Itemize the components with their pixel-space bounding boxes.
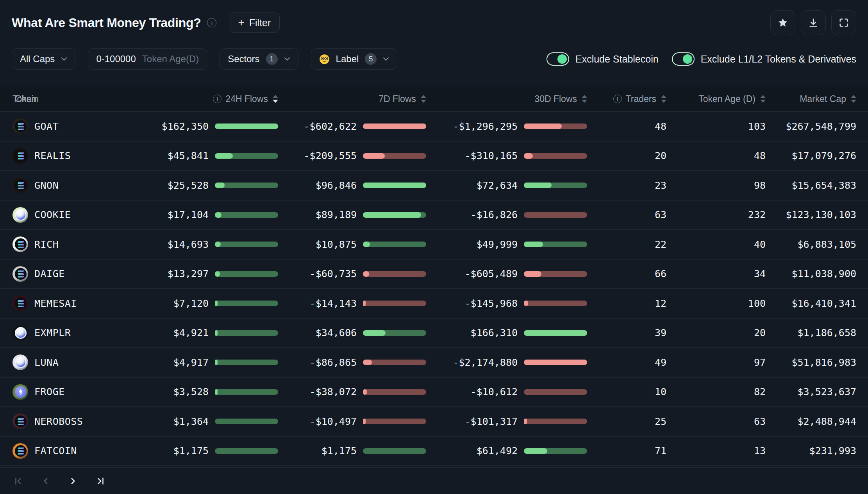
token-name: EXMPLR: [34, 327, 71, 338]
table-row[interactable]: GGNON$25,528$96,846$72,6342398$15,654,38…: [0, 171, 868, 200]
token-cell[interactable]: GGNON: [13, 177, 117, 193]
token-cell[interactable]: GGOAT: [13, 118, 117, 134]
filter-button[interactable]: + Filter: [229, 13, 280, 33]
table-row[interactable]: LLUNA$4,917-$86,865-$2,174,8804997$51,81…: [0, 348, 868, 378]
column-header-mcap[interactable]: Market Cap: [766, 94, 856, 104]
flows-7d-value: -$38,072: [310, 386, 357, 397]
flows-7d-value: -$86,865: [310, 357, 357, 368]
flows-24h-bar: [215, 301, 278, 306]
sort-arrows-icon[interactable]: [661, 95, 666, 103]
market-cap-value: $3,523,637: [766, 386, 856, 397]
token-age-filter[interactable]: 0-100000 Token Age(D): [88, 48, 207, 70]
token-cell[interactable]: NNEROBOSS: [13, 413, 117, 429]
flows-30d-value: $49,999: [477, 239, 518, 250]
token-cell[interactable]: DDAIGE: [13, 266, 117, 282]
flows-30d-bar: [524, 123, 587, 129]
fullscreen-button[interactable]: [831, 10, 856, 35]
token-name: LUNA: [34, 357, 59, 368]
table-row[interactable]: FFATCOIN$1,175$1,175$61,4927113$231,993: [0, 437, 868, 466]
flows-30d-bar: [524, 183, 587, 188]
table-header: ChainTokeni24H Flows7D Flows30D FlowsiTr…: [0, 86, 868, 112]
chain-icon-blue-orb: [15, 327, 27, 339]
token-age-value: 82: [666, 386, 766, 397]
flows-24h-bar: [215, 123, 278, 129]
column-label: Token: [13, 94, 36, 104]
title-info-icon[interactable]: i: [207, 18, 216, 27]
chevron-down-icon: [284, 57, 290, 61]
flows-24h-value: $25,528: [168, 180, 209, 191]
column-header-age[interactable]: Token Age (D): [666, 94, 766, 104]
exclude-l1l2-toggle[interactable]: [672, 52, 695, 66]
flows-24h-bar: [215, 183, 278, 188]
label-dropdown[interactable]: Label 5: [311, 48, 398, 70]
table-row[interactable]: NNEROBOSS$1,364-$10,497-$101,3172563$2,4…: [0, 407, 868, 437]
token-cell[interactable]: EEXMPLR: [13, 325, 117, 341]
flows-30d-bar: [524, 153, 587, 159]
flows-24h-value: $4,921: [173, 327, 209, 338]
token-cell[interactable]: LLUNA: [13, 354, 117, 370]
exclude-stablecoin-toggle-group[interactable]: Exclude Stablecoin: [547, 52, 659, 66]
column-header-f30[interactable]: 30D Flows: [426, 94, 587, 104]
sort-arrows-icon[interactable]: [760, 95, 766, 103]
flows-30d-cell: -$145,968: [426, 298, 587, 309]
chain-icon-blue-orb: [15, 209, 27, 221]
exclude-l1l2-toggle-group[interactable]: Exclude L1/L2 Tokens & Derivatives: [672, 52, 856, 66]
star-icon: [777, 17, 788, 28]
next-page-button[interactable]: [66, 474, 80, 488]
traders-value: 49: [587, 357, 666, 368]
sort-arrows-icon[interactable]: [582, 95, 587, 103]
flows-7d-cell: $34,606: [278, 327, 426, 338]
token-cell[interactable]: MMEMESAI: [13, 295, 117, 311]
last-page-button[interactable]: [94, 474, 107, 488]
token-cell[interactable]: FFATCOIN: [13, 443, 117, 459]
nerd-face-emoji: [319, 54, 330, 64]
smart-money-dashboard: What Are Smart Money Trading? i + Filter…: [0, 0, 868, 494]
table-row[interactable]: DDAIGE$13,297-$60,735-$605,4896634$11,03…: [0, 260, 868, 289]
table-row[interactable]: CCOOKIE$17,104$89,189-$16,82663232$123,1…: [0, 200, 868, 230]
traders-value: 66: [587, 268, 666, 279]
market-cap-value: $123,130,103: [766, 209, 856, 220]
flows-7d-cell: $89,189: [278, 209, 426, 220]
flows-30d-value: -$101,317: [465, 416, 518, 427]
flows-30d-value: $166,310: [471, 327, 518, 338]
flows-24h-cell: $4,921: [117, 327, 278, 338]
token-cell[interactable]: FFROGE: [13, 384, 117, 400]
flows-30d-bar: [524, 448, 587, 454]
table-row[interactable]: FFROGE$3,528-$38,072-$10,6121082$3,523,6…: [0, 378, 868, 407]
table-row[interactable]: EEXMPLR$4,921$34,606$166,3103920$1,186,6…: [0, 319, 868, 348]
market-cap-value: $267,548,799: [766, 121, 856, 132]
column-header-f7[interactable]: 7D Flows: [278, 94, 426, 104]
first-page-button[interactable]: [12, 474, 25, 488]
sort-arrows-icon[interactable]: [273, 95, 278, 103]
token-cell[interactable]: RRICH: [13, 236, 117, 252]
flows-24h-cell: $14,693: [117, 239, 278, 250]
sort-arrows-icon[interactable]: [851, 95, 856, 103]
table-row[interactable]: RRICH$14,693$10,875$49,9992240$6,883,105: [0, 230, 868, 260]
flows-24h-value: $3,528: [173, 386, 209, 397]
column-header-f24[interactable]: i24H Flows: [117, 94, 278, 104]
all-caps-dropdown[interactable]: All Caps: [12, 48, 75, 70]
download-button[interactable]: [801, 10, 826, 35]
flows-7d-bar: [363, 242, 426, 247]
token-age-value: 232: [666, 209, 766, 220]
token-age-suffix: Token Age(D): [142, 54, 199, 64]
flows-30d-cell: -$16,826: [426, 209, 587, 220]
table-row[interactable]: GGOAT$162,350-$602,622-$1,296,29548103$2…: [0, 112, 868, 141]
token-cell[interactable]: CCOOKIE: [13, 207, 117, 223]
sectors-dropdown[interactable]: Sectors 1: [220, 48, 298, 70]
prev-page-button[interactable]: [39, 474, 52, 488]
flows-7d-bar: [363, 271, 426, 277]
table-row[interactable]: MMEMESAI$7,120-$14,143-$145,96812100$16,…: [0, 289, 868, 319]
sort-arrows-icon[interactable]: [421, 95, 426, 103]
pagination: [0, 467, 868, 494]
flows-30d-bar: [524, 330, 587, 336]
flows-24h-value: $14,693: [168, 239, 209, 250]
info-icon: i: [213, 95, 221, 103]
exclude-stablecoin-toggle[interactable]: [547, 52, 569, 66]
column-header-traders[interactable]: iTraders: [587, 94, 666, 104]
flows-24h-cell: $162,350: [117, 121, 278, 132]
flows-24h-value: $17,104: [168, 209, 209, 220]
table-row[interactable]: RREALIS$45,841-$209,555-$310,1652048$17,…: [0, 141, 868, 171]
token-cell[interactable]: RREALIS: [13, 148, 117, 164]
favorite-button[interactable]: [770, 10, 795, 35]
